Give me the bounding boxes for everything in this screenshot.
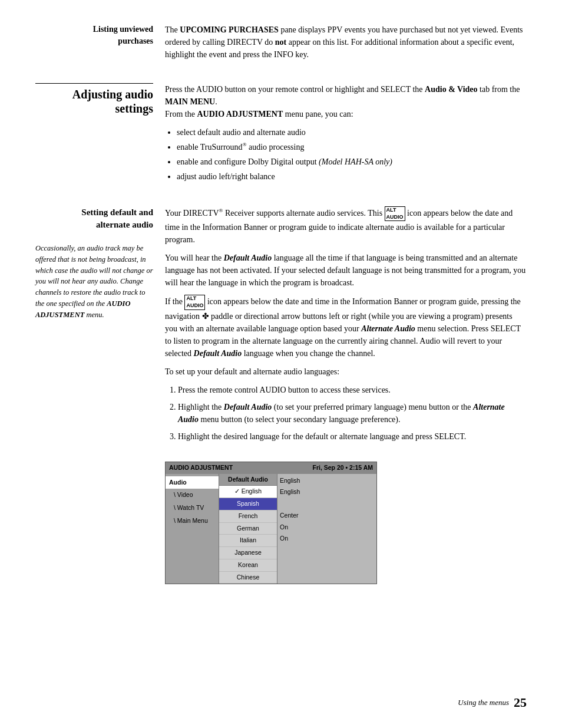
default-para-1: Your DIRECTV® Receiver supports alternat… (165, 206, 527, 246)
info-row-1: English (280, 476, 374, 486)
info-row-4: Center (280, 511, 374, 521)
default-para-2: You will hear the Default Audio language… (165, 252, 527, 289)
nav-item-mainmenu[interactable]: \ Main Menu (166, 515, 219, 528)
page-footer: Using the menus 25 (458, 695, 527, 710)
footer-text: Using the menus (458, 698, 509, 707)
info-row-2: English (280, 487, 374, 497)
nav-item-watchtv[interactable]: \ Watch TV (166, 502, 219, 515)
section-label-default: Setting default andalternate audio Occas… (35, 206, 165, 584)
info-row-3 (280, 499, 374, 509)
nav-item-video[interactable]: \ Video (166, 489, 219, 502)
section-label-listing: Listing unviewedpurchases (35, 24, 165, 67)
default-para-4: To set up your default and alternate aud… (165, 365, 527, 378)
bullet-1: select default audio and alternate audio (177, 126, 527, 139)
step-3: Highlight the desired language for the d… (178, 430, 527, 443)
lang-spanish[interactable]: Spanish (219, 498, 277, 510)
section-setting-default: Setting default andalternate audio Occas… (35, 206, 527, 584)
ui-info-panel: English English Center On On (277, 474, 376, 584)
section-content-audio: Press the AUDIO button on your remote co… (165, 83, 527, 190)
audio-bullets: select default audio and alternate audio… (177, 126, 527, 183)
alt-audio-icon-2: ALTAUDIO (184, 295, 205, 309)
ui-lang-header: Default Audio (219, 474, 277, 486)
lang-english[interactable]: ✓ English (219, 486, 277, 498)
ui-nav: Audio \ Video \ Watch TV \ Main Menu (166, 474, 219, 584)
ui-screenshot: AUDIO ADJUSTMENT Fri, Sep 20 • 2:15 AM A… (165, 462, 377, 585)
info-row-5: On (280, 523, 374, 532)
lang-chinese[interactable]: Chinese (219, 572, 277, 584)
section-content-listing: The UPCOMING PURCHASES pane displays PPV… (165, 24, 527, 67)
listing-paragraph: The UPCOMING PURCHASES pane displays PPV… (165, 24, 527, 61)
bullet-4: adjust audio left/right balance (177, 170, 527, 183)
bullet-3: enable and configure Dolby Digital outpu… (177, 156, 527, 168)
page: Listing unviewedpurchases The UPCOMING P… (0, 0, 562, 728)
section-label-audio: Adjusting audio settings (35, 83, 165, 190)
ui-lang-panel: Default Audio ✓ English Spanish French G… (219, 474, 277, 584)
step-1: Press the remote control AUDIO button to… (178, 384, 527, 396)
section-subheading-default: Setting default andalternate audio (81, 207, 153, 229)
lang-italian[interactable]: Italian (219, 535, 277, 547)
default-para-3: If the ALTAUDIO icon appears below the d… (165, 295, 527, 359)
section-label-text-listing: Listing unviewedpurchases (35, 24, 153, 47)
footer-pagenum: 25 (514, 695, 527, 710)
nav-item-audio[interactable]: Audio (166, 476, 219, 489)
ui-header-left: AUDIO ADJUSTMENT (169, 463, 233, 473)
section-adjusting-audio: Adjusting audio settings Press the AUDIO… (35, 83, 527, 190)
section-divider (35, 83, 153, 84)
lang-german[interactable]: German (219, 523, 277, 535)
steps-list: Press the remote control AUDIO button to… (178, 384, 527, 443)
section-listing-unviewed: Listing unviewedpurchases The UPCOMING P… (35, 24, 527, 67)
info-row-6: On (280, 534, 374, 543)
ui-header-right: Fri, Sep 20 • 2:15 AM (313, 463, 373, 473)
section-content-default: Your DIRECTV® Receiver supports alternat… (165, 206, 527, 584)
lang-korean[interactable]: Korean (219, 559, 277, 572)
sidebar-note: Occasionally, an audio track may be offe… (35, 243, 153, 320)
audio-intro: Press the AUDIO button on your remote co… (165, 83, 527, 120)
step-2: Highlight the Default Audio (to set your… (178, 401, 527, 426)
bullet-2: enable TruSurround® audio processing (177, 141, 527, 153)
ui-body: Audio \ Video \ Watch TV \ Main Menu Def… (166, 474, 376, 584)
lang-japanese[interactable]: Japanese (219, 547, 277, 559)
lang-french[interactable]: French (219, 510, 277, 523)
adjusting-audio-heading: Adjusting audio settings (35, 87, 153, 116)
alt-audio-icon: ALTAUDIO (385, 206, 405, 221)
ui-header: AUDIO ADJUSTMENT Fri, Sep 20 • 2:15 AM (166, 462, 376, 474)
